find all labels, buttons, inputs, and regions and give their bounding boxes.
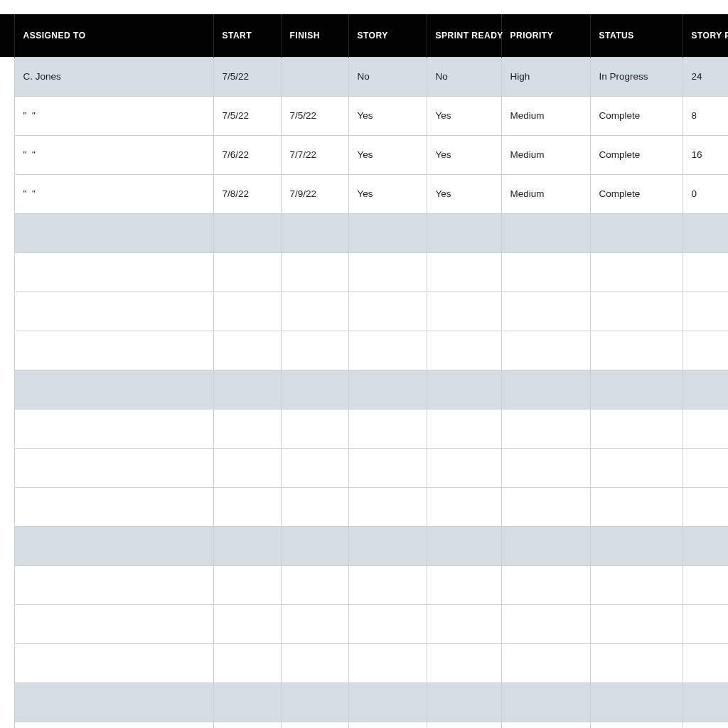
cell-finish[interactable] — [281, 57, 348, 96]
cell-story[interactable]: Yes — [348, 174, 427, 213]
cell-story[interactable]: Yes — [348, 135, 427, 174]
cell-start[interactable] — [213, 409, 281, 448]
cell-sprint-ready[interactable] — [427, 487, 501, 526]
cell-story[interactable]: Yes — [348, 96, 427, 135]
cell-assigned-to[interactable] — [14, 291, 213, 331]
header-story-points[interactable]: STORY PO — [682, 14, 728, 57]
cell-assigned-to[interactable] — [14, 448, 213, 487]
header-start[interactable]: START — [213, 14, 281, 57]
cell-finish[interactable] — [281, 565, 348, 604]
cell-sprint-ready[interactable] — [427, 643, 501, 682]
cell-status[interactable] — [590, 252, 682, 291]
header-assigned-to[interactable]: ASSIGNED TO — [14, 14, 213, 57]
cell-status[interactable] — [590, 565, 682, 604]
cell-finish[interactable] — [281, 448, 348, 487]
cell-story-points[interactable] — [682, 604, 728, 643]
cell-assigned-to[interactable] — [14, 526, 213, 565]
cell-assigned-to[interactable] — [14, 604, 213, 643]
cell-priority[interactable] — [501, 291, 590, 331]
cell-story-points[interactable] — [682, 682, 728, 722]
cell-status[interactable] — [590, 370, 682, 409]
header-status[interactable]: STATUS — [590, 14, 682, 57]
cell-story[interactable] — [348, 252, 427, 291]
cell-start[interactable] — [213, 252, 281, 291]
cell-finish[interactable] — [281, 331, 348, 370]
cell-assigned-to[interactable] — [14, 682, 213, 722]
cell-status[interactable] — [590, 291, 682, 331]
cell-story-points[interactable] — [682, 331, 728, 370]
cell-status[interactable] — [590, 448, 682, 487]
cell-start[interactable] — [213, 526, 281, 565]
cell-finish[interactable] — [281, 526, 348, 565]
cell-start[interactable]: 7/8/22 — [213, 174, 281, 213]
cell-story[interactable] — [348, 526, 427, 565]
header-finish[interactable]: FINISH — [281, 14, 348, 57]
cell-assigned-to[interactable]: " " — [14, 174, 213, 213]
cell-story[interactable] — [348, 409, 427, 448]
cell-priority[interactable] — [501, 526, 590, 565]
cell-priority[interactable] — [501, 370, 590, 409]
cell-sprint-ready[interactable] — [427, 565, 501, 604]
cell-priority[interactable] — [501, 722, 590, 728]
cell-priority[interactable]: Medium — [501, 96, 590, 135]
cell-priority[interactable]: Medium — [501, 174, 590, 213]
cell-story-points[interactable] — [682, 291, 728, 331]
cell-assigned-to[interactable] — [14, 370, 213, 409]
cell-priority[interactable] — [501, 331, 590, 370]
cell-story-points[interactable] — [682, 448, 728, 487]
cell-story[interactable]: No — [348, 57, 427, 96]
cell-story-points[interactable] — [682, 643, 728, 682]
cell-priority[interactable]: Medium — [501, 135, 590, 174]
cell-story[interactable] — [348, 565, 427, 604]
cell-status[interactable]: Complete — [590, 96, 682, 135]
cell-finish[interactable] — [281, 409, 348, 448]
cell-priority[interactable] — [501, 565, 590, 604]
cell-story[interactable] — [348, 291, 427, 331]
cell-sprint-ready[interactable] — [427, 604, 501, 643]
cell-story-points[interactable] — [682, 487, 728, 526]
cell-story[interactable] — [348, 643, 427, 682]
cell-status[interactable] — [590, 487, 682, 526]
cell-assigned-to[interactable] — [14, 643, 213, 682]
cell-status[interactable] — [590, 526, 682, 565]
cell-story[interactable] — [348, 487, 427, 526]
cell-story[interactable] — [348, 331, 427, 370]
cell-story-points[interactable] — [682, 722, 728, 728]
cell-finish[interactable]: 7/5/22 — [281, 96, 348, 135]
cell-story[interactable] — [348, 722, 427, 728]
cell-finish[interactable] — [281, 487, 348, 526]
cell-story-points[interactable] — [682, 213, 728, 252]
cell-start[interactable] — [213, 331, 281, 370]
cell-sprint-ready[interactable]: Yes — [427, 96, 501, 135]
cell-priority[interactable]: High — [501, 57, 590, 96]
cell-story-points[interactable]: 24 — [682, 57, 728, 96]
header-sprint-ready[interactable]: SPRINT READY — [427, 14, 501, 57]
cell-start[interactable] — [213, 722, 281, 728]
cell-priority[interactable] — [501, 604, 590, 643]
cell-assigned-to[interactable] — [14, 565, 213, 604]
cell-priority[interactable] — [501, 643, 590, 682]
cell-finish[interactable] — [281, 604, 348, 643]
cell-sprint-ready[interactable] — [427, 331, 501, 370]
cell-story[interactable] — [348, 604, 427, 643]
cell-assigned-to[interactable]: C. Jones — [14, 57, 213, 96]
cell-finish[interactable]: 7/7/22 — [281, 135, 348, 174]
cell-story-points[interactable] — [682, 565, 728, 604]
cell-status[interactable] — [590, 722, 682, 728]
cell-status[interactable]: Complete — [590, 174, 682, 213]
cell-story-points[interactable]: 8 — [682, 96, 728, 135]
cell-finish[interactable] — [281, 722, 348, 728]
cell-start[interactable]: 7/5/22 — [213, 96, 281, 135]
cell-story-points[interactable] — [682, 526, 728, 565]
cell-sprint-ready[interactable] — [427, 682, 501, 722]
cell-sprint-ready[interactable] — [427, 526, 501, 565]
cell-sprint-ready[interactable]: No — [427, 57, 501, 96]
cell-story-points[interactable] — [682, 252, 728, 291]
cell-status[interactable] — [590, 409, 682, 448]
cell-priority[interactable] — [501, 448, 590, 487]
cell-start[interactable] — [213, 604, 281, 643]
cell-assigned-to[interactable]: " " — [14, 96, 213, 135]
cell-start[interactable] — [213, 291, 281, 331]
cell-start[interactable] — [213, 487, 281, 526]
cell-sprint-ready[interactable]: Yes — [427, 174, 501, 213]
